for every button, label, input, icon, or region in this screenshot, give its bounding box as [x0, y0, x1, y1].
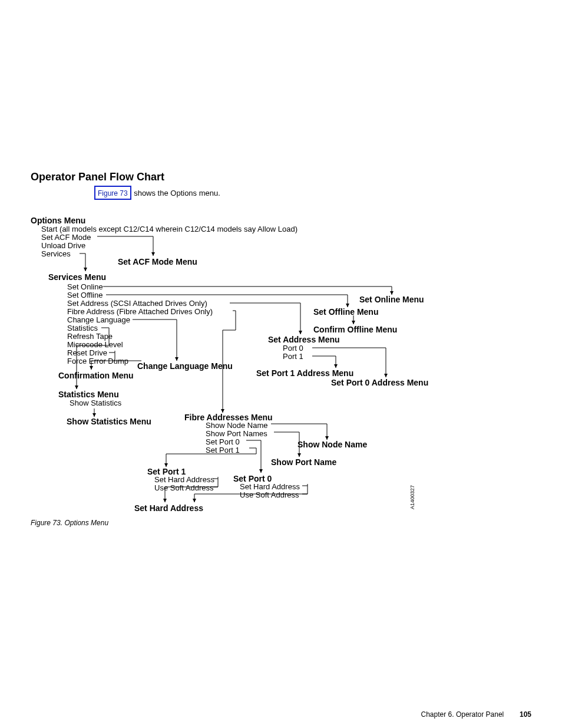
svc-online: Set Online [67, 282, 103, 291]
set-port1-address-menu: Set Port 1 Address Menu [256, 368, 353, 378]
confirmation-menu: Confirmation Menu [58, 371, 134, 380]
change-language-menu: Change Language Menu [137, 361, 233, 371]
svc-reset: Reset Drive [67, 348, 107, 357]
set-port0-address-menu: Set Port 0 Address Menu [331, 378, 428, 387]
options-menu-heading: Options Menu [31, 216, 85, 225]
svc-offline: Set Offline [67, 291, 103, 299]
opt-start: Start (all models except C12/C14 wherein… [41, 225, 297, 233]
svc-fibre-address: Fibre Address (Fibre Attached Drives Onl… [67, 307, 213, 316]
sp0-soft: Use Soft Address [240, 490, 299, 499]
figure-caption-prefix: Figure 73. [31, 519, 64, 527]
set-offline-menu: Set Offline Menu [313, 307, 378, 317]
sp1-soft: Use Soft Address [154, 483, 213, 492]
opt-set-acf: Set ACF Mode [41, 233, 91, 242]
svc-change-language: Change Language [67, 315, 130, 324]
sa-port1: Port 1 [283, 352, 303, 361]
fibre-set-port0: Set Port 0 [206, 437, 240, 446]
acf-mode-menu: Set ACF Mode Menu [118, 257, 197, 266]
show-port-name: Show Port Name [271, 457, 336, 467]
statistics-show: Show Statistics [70, 398, 121, 407]
confirm-offline-menu: Confirm Offline Menu [313, 325, 397, 334]
set-address-menu: Set Address Menu [268, 335, 340, 344]
svc-microcode: Microcode Level [67, 340, 123, 349]
svc-force: Force Error Dump [67, 357, 128, 365]
svc-refresh: Refresh Tape [67, 332, 113, 341]
footer-page: 105 [520, 710, 531, 719]
sp0-hard: Set Hard Address [240, 482, 300, 491]
figure-caption-text: Options Menu [64, 519, 108, 527]
set-online-menu: Set Online Menu [359, 295, 424, 304]
set-hard-address: Set Hard Address [134, 503, 203, 513]
fibre-show-ports: Show Port Names [206, 429, 267, 438]
sa-port0: Port 0 [283, 344, 303, 353]
sp1-hard: Set Hard Address [154, 475, 214, 484]
footer-chapter: Chapter 6. Operator Panel [421, 710, 504, 719]
show-node-name: Show Node Name [297, 440, 367, 449]
image-id: A1400327 [409, 485, 415, 509]
fibre-show-node: Show Node Name [206, 421, 268, 430]
svc-statistics: Statistics [67, 324, 98, 332]
svc-set-address: Set Address (SCSI Attached Drives Only) [67, 299, 207, 308]
opt-services: Services [41, 249, 71, 258]
show-statistics-menu: Show Statistics Menu [67, 417, 151, 426]
statistics-menu: Statistics Menu [58, 390, 119, 399]
fibre-set-port1: Set Port 1 [206, 446, 240, 454]
opt-unload: Unload Drive [41, 241, 85, 250]
services-menu: Services Menu [48, 272, 106, 282]
